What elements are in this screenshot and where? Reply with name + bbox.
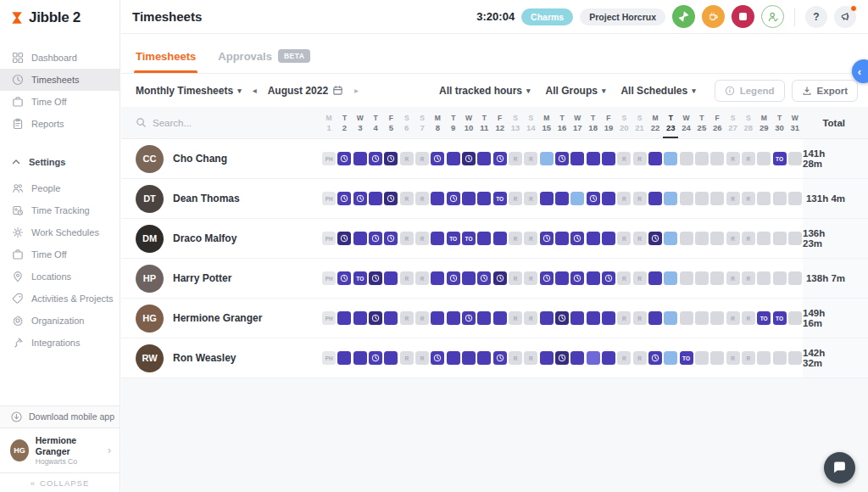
timesheet-cell-day-1[interactable]: PH [322,311,336,325]
timesheet-cell-day-31[interactable] [788,232,802,245]
sidebar-item-integrations[interactable]: Integrations [0,332,120,354]
timesheet-cell-day-18[interactable] [587,271,600,285]
timesheet-cell-day-1[interactable]: PH [322,271,336,285]
timesheet-cell-day-3[interactable] [353,192,367,205]
timesheet-cell-day-29[interactable] [757,351,771,365]
timesheet-cell-day-20[interactable]: R [617,152,631,165]
timesheet-cell-day-28[interactable]: R [742,351,755,365]
timesheet-cell-day-10[interactable]: TO [462,232,476,245]
timesheet-cell-day-30[interactable] [773,271,787,285]
timesheet-cell-day-3[interactable] [353,311,367,325]
sidebar-item-reports[interactable]: Reports [0,113,120,135]
timesheet-cell-day-25[interactable] [695,192,709,205]
timesheet-cell-day-26[interactable] [710,311,724,325]
sidebar-item-dashboard[interactable]: Dashboard [0,47,120,69]
timesheet-cell-day-23[interactable] [664,232,677,245]
attendance-button[interactable] [761,5,784,28]
timesheet-cell-day-13[interactable]: R [509,232,522,245]
sidebar-section-settings[interactable]: Settings [0,152,120,172]
timesheet-cell-day-30[interactable]: TO [773,152,787,165]
timesheet-cell-day-12[interactable]: TO [493,192,507,205]
timesheet-cell-day-20[interactable]: R [617,271,631,285]
timesheet-cell-day-17[interactable] [570,351,584,365]
search-input[interactable] [153,118,280,128]
timesheet-cell-day-23[interactable] [664,311,677,325]
timesheet-cell-day-10[interactable] [462,351,476,365]
timesheet-cell-day-21[interactable]: R [633,311,647,325]
timesheet-cell-day-31[interactable] [788,311,802,325]
profile[interactable]: HG Hermione Granger Hogwarts Co › [0,428,120,473]
timesheet-cell-day-22[interactable] [648,311,662,325]
timesheet-cell-day-26[interactable] [710,351,724,365]
timesheet-cell-day-10[interactable] [462,271,476,285]
timesheet-cell-day-4[interactable] [369,311,382,325]
stop-button[interactable] [732,5,754,28]
timesheet-cell-day-14[interactable]: R [524,192,537,205]
timesheet-cell-day-19[interactable] [602,192,615,205]
timesheet-cell-day-13[interactable]: R [509,152,522,165]
timesheet-cell-day-1[interactable]: PH [322,232,336,245]
timesheet-cell-day-8[interactable] [431,192,444,205]
timesheet-cell-day-5[interactable] [384,351,398,365]
timesheet-cell-day-3[interactable] [353,152,367,165]
timesheet-cell-day-31[interactable] [788,271,802,285]
timesheet-cell-day-19[interactable] [602,351,615,365]
timesheet-cell-day-22[interactable] [648,271,662,285]
timesheet-cell-day-21[interactable]: R [633,232,647,245]
timesheet-cell-day-29[interactable] [757,232,771,245]
timesheet-cell-day-12[interactable] [493,311,507,325]
timesheet-cell-day-1[interactable]: PH [322,351,336,365]
person-name[interactable]: Cho Chang [173,153,227,165]
tab-timesheets[interactable]: Timesheets [136,50,196,73]
groups-filter[interactable]: All Groups ▾ [546,85,606,97]
timesheet-cell-day-21[interactable]: R [633,271,647,285]
timesheet-cell-day-20[interactable]: R [617,351,631,365]
timesheet-cell-day-1[interactable]: PH [322,192,336,205]
timesheet-cell-day-17[interactable] [570,271,584,285]
person-name[interactable]: Hermione Granger [173,312,262,324]
timesheet-cell-day-30[interactable] [773,192,787,205]
sidebar-item-locations[interactable]: Locations [0,266,120,288]
sidebar-item-activities-projects[interactable]: Activities & Projects [0,288,120,310]
next-month-button[interactable]: ▸ [352,86,361,95]
timesheet-cell-day-3[interactable]: TO [353,271,367,285]
timesheet-cell-day-8[interactable] [431,351,444,365]
sidebar-item-organization[interactable]: Organization [0,310,120,332]
sidebar-item-time-tracking[interactable]: Time Tracking [0,199,120,221]
timesheet-cell-day-19[interactable] [602,311,615,325]
timesheet-cell-day-13[interactable]: R [509,192,522,205]
timesheet-cell-day-20[interactable]: R [617,192,631,205]
tab-approvals[interactable]: Approvals BETA [218,49,310,73]
timesheet-cell-day-13[interactable]: R [509,311,522,325]
timesheet-cell-day-18[interactable] [587,192,600,205]
tracked-hours-filter[interactable]: All tracked hours ▾ [439,85,531,97]
timesheet-cell-day-3[interactable] [353,232,367,245]
timesheet-cell-day-2[interactable] [337,192,351,205]
timesheet-cell-day-25[interactable] [695,271,709,285]
timesheet-cell-day-6[interactable]: R [400,351,414,365]
help-button[interactable]: ? [805,6,827,28]
timesheet-cell-day-9[interactable] [447,152,460,165]
timesheet-cell-day-14[interactable]: R [524,152,537,165]
timesheet-cell-day-23[interactable] [664,192,677,205]
timesheet-cell-day-15[interactable] [540,192,554,205]
timesheet-cell-day-22[interactable] [648,351,662,365]
timesheet-cell-day-2[interactable] [337,232,351,245]
timesheet-cell-day-2[interactable] [337,311,351,325]
timesheet-cell-day-27[interactable]: R [726,232,740,245]
timesheet-cell-day-16[interactable] [555,192,569,205]
timesheet-cell-day-7[interactable]: R [415,232,429,245]
timesheet-cell-day-21[interactable]: R [633,192,647,205]
timesheet-cell-day-8[interactable] [431,311,444,325]
timesheet-cell-day-2[interactable] [337,351,351,365]
person-name[interactable]: Harry Potter [173,272,231,284]
period-selector[interactable]: August 2022 [268,85,343,97]
timesheet-cell-day-18[interactable] [587,351,600,365]
timesheet-cell-day-24[interactable] [680,192,693,205]
timesheet-cell-day-14[interactable]: R [524,232,537,245]
timesheet-cell-day-6[interactable]: R [400,232,414,245]
timesheet-cell-day-5[interactable] [384,232,398,245]
timesheet-cell-day-28[interactable]: R [742,271,755,285]
collapse-button[interactable]: « COLLAPSE [0,473,120,492]
timesheet-cell-day-26[interactable] [710,232,724,245]
